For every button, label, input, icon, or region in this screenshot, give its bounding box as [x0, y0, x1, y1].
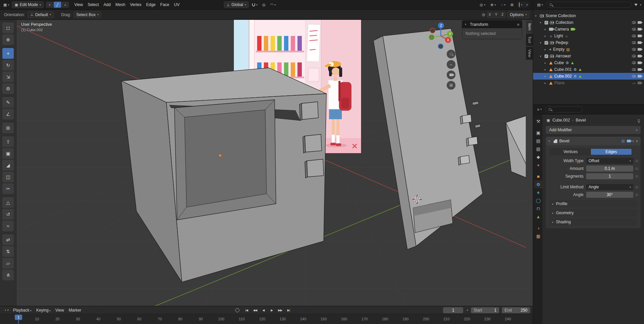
- modifier-name[interactable]: Bevel: [559, 139, 569, 143]
- menu-select[interactable]: Select: [85, 1, 101, 8]
- expand-arrow-icon[interactable]: ▸: [545, 61, 548, 64]
- decorator-dot[interactable]: [636, 160, 638, 162]
- empty-icon[interactable]: +: [549, 47, 551, 51]
- tool-transform[interactable]: ⚙: [2, 83, 14, 94]
- proportional-falloff-dropdown[interactable]: ◠▾: [269, 2, 277, 8]
- visibility-eye-icon[interactable]: [632, 68, 636, 71]
- shading-wireframe-button[interactable]: [519, 2, 520, 7]
- mesh-icon[interactable]: [549, 82, 553, 85]
- snap-target-icon[interactable]: ◎: [482, 12, 485, 17]
- outliner-row-empty[interactable]: ▸+Empty▨: [533, 46, 644, 53]
- collection-icon[interactable]: [550, 41, 554, 44]
- properties-tab-constraints[interactable]: ⊓: [534, 204, 542, 213]
- zoom-button[interactable]: [447, 50, 455, 58]
- visibility-eye-icon[interactable]: [632, 21, 636, 24]
- visibility-eye-icon[interactable]: [632, 82, 636, 84]
- tool-bevel[interactable]: ◢: [2, 160, 14, 171]
- outliner-row-scene-collection[interactable]: ▾Scene Collection: [533, 12, 644, 19]
- tool-scale[interactable]: ⇲: [2, 72, 14, 82]
- pin-icon[interactable]: [638, 119, 640, 122]
- proportional-editing-toggle[interactable]: ◎: [261, 2, 267, 8]
- decorator-dot[interactable]: [636, 194, 638, 196]
- tool-annotate[interactable]: ✎: [2, 97, 14, 108]
- visibility-eye-icon[interactable]: [632, 28, 636, 31]
- expand-arrow-icon[interactable]: ▸: [545, 48, 548, 51]
- outliner-row-item[interactable]: ▾✓Рефер: [533, 39, 644, 46]
- expand-arrow-icon[interactable]: ▸: [545, 35, 548, 38]
- select-mode-face[interactable]: ▪: [62, 2, 69, 8]
- subpanel-profile[interactable]: ▸Profile: [549, 200, 637, 207]
- mirror-axis-y[interactable]: Y: [493, 12, 499, 18]
- affect-edges-button[interactable]: Edges: [591, 149, 632, 155]
- mesh-data-icon[interactable]: [579, 68, 581, 71]
- tool-knife[interactable]: ✂: [2, 183, 14, 194]
- tool-select-box[interactable]: ◻: [2, 22, 14, 33]
- playhead-marker[interactable]: 1: [15, 315, 22, 320]
- mode-selector[interactable]: ▣Edit Mode▾: [12, 1, 43, 8]
- 3d-viewport[interactable]: User Perspective (1) Cube.002 Z: [16, 20, 526, 306]
- stopwatch-icon[interactable]: ◔: [466, 308, 468, 312]
- bevel-panel-header[interactable]: ▾ Bevel ⊡ ▾ ×: [546, 137, 641, 145]
- tool-extrude-region[interactable]: ⇧: [2, 136, 14, 147]
- auto-keyframe-toggle[interactable]: [235, 308, 239, 312]
- tool-smooth[interactable]: ≈: [2, 221, 14, 231]
- collection-checkbox[interactable]: ✓: [545, 41, 548, 45]
- transport-play-reverse-button[interactable]: ◀: [259, 307, 267, 313]
- visibility-eye-icon[interactable]: [632, 61, 636, 64]
- mesh-icon[interactable]: [549, 68, 553, 71]
- properties-tab-texture[interactable]: ▦: [534, 232, 542, 240]
- chevron-down-icon[interactable]: ▾: [640, 3, 641, 6]
- outliner-editor-type-button[interactable]: ▤▾: [536, 2, 544, 8]
- navigation-gizmo[interactable]: Z Y X: [422, 20, 459, 55]
- menu-uv[interactable]: UV: [171, 1, 182, 8]
- properties-tab-scene[interactable]: ◆: [534, 153, 542, 161]
- frame-end-field[interactable]: End250: [502, 307, 530, 313]
- decorator-dot[interactable]: [636, 168, 638, 170]
- visibility-eye-icon[interactable]: [632, 48, 636, 51]
- width-type-field[interactable]: Offset▾: [586, 158, 633, 164]
- mesh-data-icon[interactable]: [579, 75, 581, 77]
- outliner-row-light[interactable]: ▸☼Light☼: [533, 33, 644, 39]
- outliner-row-cube-002[interactable]: ▸Cube.002⚙: [533, 73, 644, 80]
- light-icon[interactable]: ☼: [549, 34, 553, 38]
- outliner-row-camera[interactable]: ▸Camera: [533, 26, 644, 33]
- chevron-down-icon[interactable]: ▾: [526, 3, 528, 6]
- properties-tab-particles[interactable]: ∗: [534, 188, 542, 196]
- drag-mode-dropdown[interactable]: Select Box▾: [74, 11, 101, 18]
- tool-add-cube[interactable]: ⊞: [2, 123, 14, 133]
- properties-tab-physics[interactable]: ◯: [534, 196, 542, 204]
- collection-checkbox[interactable]: ✓: [545, 54, 548, 58]
- tool-cursor[interactable]: ⊕: [2, 34, 14, 45]
- render-visibility-icon[interactable]: [638, 28, 641, 31]
- properties-search-input[interactable]: [546, 106, 582, 112]
- decorator-dot[interactable]: [636, 175, 638, 178]
- menu-add[interactable]: Add: [101, 1, 113, 8]
- xray-toggle[interactable]: ⊞: [509, 2, 515, 8]
- pan-button[interactable]: ⇔: [447, 60, 455, 69]
- angle-field[interactable]: 30°: [586, 192, 633, 198]
- transport-next-keyframe-button[interactable]: ▶▶: [276, 307, 284, 313]
- filter-funnel-icon[interactable]: [634, 4, 638, 6]
- tool-inset-faces[interactable]: ▣: [2, 148, 14, 159]
- tool-loop-cut[interactable]: ◫: [2, 172, 14, 182]
- shading-solid-button[interactable]: [521, 4, 522, 5]
- mesh-icon[interactable]: [549, 75, 553, 78]
- transport-play-button[interactable]: ▶: [268, 307, 276, 313]
- transport-prev-keyframe-button[interactable]: ◀◀: [251, 307, 259, 313]
- tool-edge-slide[interactable]: ⇄: [2, 234, 14, 245]
- extras-dropdown-icon[interactable]: ▾: [633, 140, 634, 143]
- frame-start-field[interactable]: Start1: [471, 307, 499, 313]
- properties-tab-view-layer[interactable]: ▧: [534, 145, 542, 153]
- expand-arrow-icon[interactable]: ▾: [540, 55, 543, 58]
- transport-jump-start-button[interactable]: |◀: [243, 307, 250, 313]
- properties-tab-output[interactable]: ▤: [534, 137, 542, 145]
- timeline-editor-type-button[interactable]: ◔▾: [3, 308, 10, 313]
- visibility-eye-icon[interactable]: [632, 55, 636, 57]
- current-frame-field[interactable]: 1: [443, 307, 463, 313]
- properties-tab-tool[interactable]: ⚒: [534, 117, 542, 125]
- outliner-row-cube[interactable]: ▸Cube⚙: [533, 59, 644, 66]
- show-object-types-dropdown[interactable]: ◎▾: [478, 2, 487, 8]
- menu-vertex[interactable]: Vertex: [128, 1, 144, 8]
- visibility-eye-icon[interactable]: [632, 41, 636, 44]
- tool-shear[interactable]: ▱: [2, 258, 14, 269]
